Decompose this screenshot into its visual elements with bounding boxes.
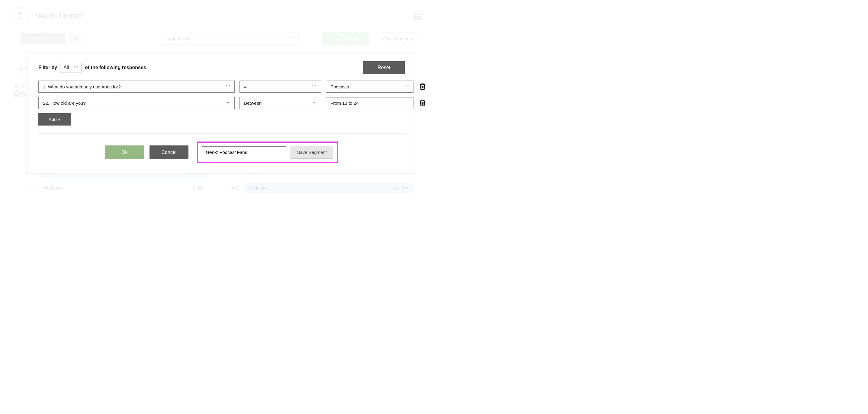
result-count: 482 — [226, 185, 238, 191]
trash-icon[interactable] — [418, 99, 427, 107]
result-label: Podcasts — [244, 185, 268, 191]
result-count: 0 — [21, 185, 33, 191]
filter-modal: Filter by All ﹀ of the following respons… — [27, 53, 416, 173]
ok-button[interactable]: Ok — [105, 145, 144, 159]
chevron-down-icon: ﹀ — [290, 36, 294, 41]
logo: B A — [12, 7, 29, 24]
operator-select[interactable]: Between ﹀ — [240, 97, 321, 109]
compare-select[interactable]: Compare (2) ﹀ — [160, 33, 299, 45]
question-select[interactable]: 1. What do you primarily use Auris for? … — [38, 80, 235, 93]
filters-button[interactable]: Filters... — [21, 33, 65, 44]
chevron-down-icon: ﹀ — [312, 84, 316, 89]
value-input-value: From 13 to 24 — [331, 101, 359, 106]
view-segments-button[interactable]: View Segments — [373, 32, 422, 45]
result-row: 0 Podcasts 0.0% — [21, 182, 208, 193]
result-percent: 100.0% — [393, 185, 413, 191]
smart-analysis-button[interactable]: Smart Analysis — [322, 32, 369, 45]
save-segment-button[interactable]: Save Segment — [290, 146, 333, 159]
filter-scope-select[interactable]: All ﹀ — [60, 63, 82, 72]
filter-by-pre: Filter by — [38, 65, 57, 70]
value-select-value: Podcasts — [331, 84, 349, 89]
trash-icon[interactable] — [418, 82, 427, 91]
refresh-button[interactable]: ⟳ — [69, 33, 81, 44]
value-input[interactable]: From 13 to 24 — [326, 97, 413, 109]
result-row: 482 Podcasts 100.0% — [226, 182, 413, 193]
chevron-down-icon: ﹀ — [312, 100, 316, 106]
value-select[interactable]: Podcasts ﹀ — [326, 80, 413, 93]
operator-select-value: = — [244, 84, 247, 89]
compare-label: Compare (2) — [164, 36, 190, 41]
filter-scope-value: All — [63, 65, 69, 70]
reset-button[interactable]: Reset — [363, 61, 405, 74]
chevron-down-icon: ﹀ — [226, 84, 230, 89]
logo-letter-bottom: A — [19, 16, 22, 20]
question-select[interactable]: 22. How old are you? ﹀ — [38, 97, 235, 109]
filter-row: 22. How old are you? ﹀ Between ﹀ From 13… — [38, 97, 405, 109]
operator-select[interactable]: = ﹀ — [240, 80, 321, 93]
cancel-button[interactable]: Cancel — [150, 145, 189, 159]
filter-by-post: of the following responses — [85, 65, 146, 70]
chevron-down-icon: ﹀ — [405, 84, 409, 89]
segment-name-input[interactable] — [202, 146, 286, 158]
save-segment-highlight: Save Segment — [197, 141, 338, 163]
chevron-down-icon: ﹀ — [74, 65, 79, 70]
chevron-down-icon: ﹀ — [226, 100, 230, 106]
logo-letter-top: B — [19, 11, 22, 16]
result-label: Podcasts — [39, 185, 63, 191]
operator-select-value: Between — [244, 101, 261, 106]
filter-row: 1. What do you primarily use Auris for? … — [38, 80, 405, 93]
result-percent: 0.0% — [193, 185, 208, 191]
question-select-value: 22. How old are you? — [43, 101, 86, 106]
menu-icon[interactable] — [413, 13, 422, 21]
page-title: *Auris Demo* — [34, 11, 85, 21]
add-filter-button[interactable]: Add + — [38, 113, 71, 126]
question-select-value: 1. What do you primarily use Auris for? — [43, 84, 121, 89]
